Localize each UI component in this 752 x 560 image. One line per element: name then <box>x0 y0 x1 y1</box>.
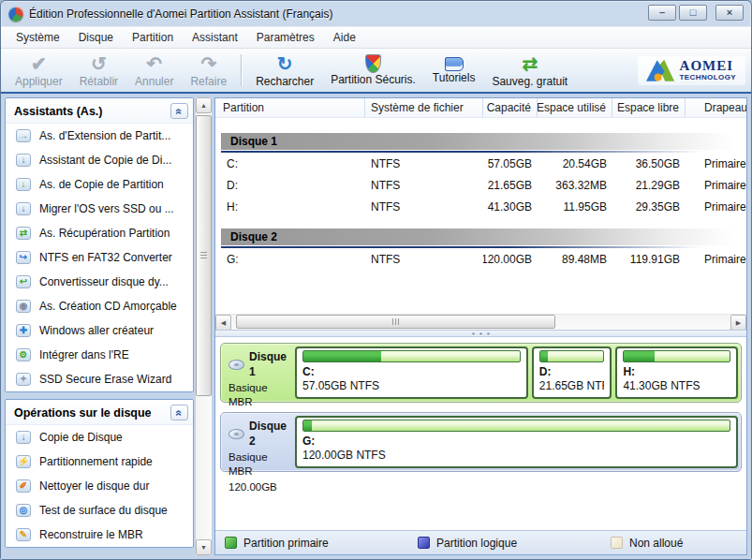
disk-group-header[interactable]: Disque 2 <box>221 228 745 245</box>
sidebar-item-label: Test de surface du disque <box>39 504 168 517</box>
apply-button[interactable]: ✔Appliquer <box>7 50 71 91</box>
column-header-capacite[interactable]: Capacité <box>483 98 538 117</box>
sidebar-item-migrer-l-os-vers-ssd-ou[interactable]: ↓Migrer l'OS vers SSD ou ... <box>6 197 193 221</box>
column-header-systeme-de-fichier[interactable]: Système de fichier <box>365 98 483 117</box>
disk-operations-panel-title: Opérations sur le disque <box>14 406 152 420</box>
table-row-partition-d[interactable]: D:NTFS21.65GB363.32MB21.29GBPrimaire <box>215 174 746 196</box>
menu-disque[interactable]: Disque <box>69 27 123 48</box>
column-header-espace-libre[interactable]: Espace libre <box>612 98 686 117</box>
partition-table: Disque 1C:NTFS57.05GB20.54GB36.50GBPrima… <box>215 118 746 314</box>
usage-gauge-fill <box>540 351 548 361</box>
sidebar-item-copie-de-disque[interactable]: ↓Copie de Disque <box>6 425 193 449</box>
sidebar-scrollbar[interactable]: ▲ ▼ <box>196 97 212 555</box>
column-header-drapeau[interactable]: Drapeau <box>686 98 746 117</box>
sidebar-item-convertisseur-disque-dy[interactable]: ↩Convertisseur disque dy... <box>6 270 193 294</box>
sidebar-item-as-d-extension-de-partit[interactable]: →As. d'Extension de Partit... <box>6 124 193 148</box>
menu-assistant[interactable]: Assistant <box>183 27 247 48</box>
partition-letter: D: <box>539 365 605 379</box>
disk-group-disque-1: Disque 1C:NTFS57.05GB20.54GB36.50GBPrima… <box>215 133 746 217</box>
disk-operations-panel-header[interactable]: Opérations sur le disque« <box>6 400 193 425</box>
menu-aide[interactable]: Aide <box>324 27 365 48</box>
sidebar-item-as-creation-cd-amorcable[interactable]: ◉As. Création CD Amorçable <box>6 294 193 318</box>
close-button[interactable]: × <box>715 5 744 21</box>
legend-item-partition-logique: Partition logique <box>418 537 611 550</box>
scrollbar-track[interactable] <box>231 315 730 330</box>
minimize-button[interactable]: – <box>648 5 676 21</box>
ssd-secure-erase-icon: ✦ <box>16 373 31 386</box>
sidebar-item-label: Windows aller créateur <box>39 324 154 337</box>
scroll-left-button[interactable]: ◀ <box>215 315 231 331</box>
main-panel: PartitionSystème de fichierCapacitéEspac… <box>214 97 747 555</box>
collapse-chevron-button[interactable]: « <box>170 103 188 119</box>
cell-drapeau: Primaire <box>686 200 746 214</box>
partition-block-h[interactable]: H:41.30GB NTFS <box>615 346 738 399</box>
wipe-disk-icon: ✐ <box>16 479 31 493</box>
partition-block-c[interactable]: C:57.05GB NTFS <box>295 346 528 399</box>
cell-espace-utilise: 89.48MB <box>538 253 612 266</box>
sidebar: Assistants (As.)«→As. d'Extension de Par… <box>5 97 212 555</box>
cell-systeme-de-fichier: NTFS <box>365 253 483 266</box>
sidebar-item-assistant-de-copie-de-di[interactable]: ↓Assistant de Copie de Di... <box>6 148 193 172</box>
column-header-partition[interactable]: Partition <box>215 98 365 117</box>
sidebar-item-as-recuperation-partition[interactable]: ⇄As. Récupération Partition <box>6 221 193 245</box>
book-icon <box>445 57 464 71</box>
splitter-handle[interactable] <box>215 330 746 337</box>
cell-capacite: 57.05GB <box>483 157 538 170</box>
tutorials-button[interactable]: Tutoriels <box>424 50 484 91</box>
scroll-right-button[interactable]: ▶ <box>730 315 746 331</box>
sidebar-item-ssd-secure-erase-wizard[interactable]: ✦SSD Secure Erase Wizard <box>6 367 193 391</box>
scrollbar-track[interactable] <box>196 113 212 539</box>
sidebar-item-as-de-copie-de-partition[interactable]: ↓As. de Copie de Partition <box>6 172 193 197</box>
scrollbar-thumb[interactable] <box>196 115 212 396</box>
scroll-up-button[interactable]: ▲ <box>196 97 212 113</box>
extend-partition-icon: → <box>16 129 31 142</box>
disk-map-label-disque-1[interactable]: Disque 1Basique MBR120.00GB <box>224 346 295 399</box>
sidebar-item-windows-aller-createur[interactable]: ✚Windows aller créateur <box>6 318 193 343</box>
redo-button[interactable]: ↷Refaire <box>182 50 235 91</box>
disk-group-header[interactable]: Disque 1 <box>221 133 745 150</box>
disk-map-panel-disque-1: Disque 1Basique MBR120.00GBC:57.05GB NTF… <box>220 343 742 403</box>
shield-icon <box>365 54 381 73</box>
sidebar-item-partitionnement-rapide[interactable]: ⚡Partitionnement rapide <box>6 449 193 474</box>
free-backup-button[interactable]: ⇄Sauveg. gratuit <box>483 50 576 91</box>
sidebar-item-test-de-surface-du-disque[interactable]: ◎Test de surface du disque <box>6 498 193 523</box>
maximize-button[interactable]: □ <box>679 5 707 21</box>
table-row-partition-g[interactable]: G:NTFS120.00GB89.48MB119.91GBPrimaire <box>215 248 746 270</box>
ntfs-fat32-converter-icon: ↪ <box>16 251 31 264</box>
disk-name-text: Disque 2 <box>249 420 293 449</box>
sidebar-item-integrer-dans-l-re[interactable]: ⚙Intégrer dans l'RE <box>6 343 193 367</box>
splitter-grip-dot <box>487 332 490 335</box>
table-row-partition-h[interactable]: H:NTFS41.30GB11.95GB29.35GBPrimaire <box>215 196 746 217</box>
sidebar-item-reconstruire-le-mbr[interactable]: ✎Reconstruire le MBR <box>6 523 193 547</box>
partition-copy-icon: ↓ <box>16 178 31 191</box>
refresh-button-label: Recharcher <box>256 75 314 88</box>
partition-block-g[interactable]: G:120.00GB NTFS <box>295 416 738 468</box>
disk-map-label-disque-2[interactable]: Disque 2Basique MBR120.00GB <box>224 416 295 468</box>
discard-button[interactable]: ↺Rétablir <box>71 50 126 91</box>
collapse-chevron-button[interactable]: « <box>170 405 188 420</box>
menu-partition[interactable]: Partition <box>123 27 183 48</box>
aomei-triangle-icon <box>645 58 675 83</box>
sidebar-item-nettoyer-le-disque-dur[interactable]: ✐Nettoyer le disque dur <box>6 474 193 498</box>
legend-label: Partition primaire <box>243 537 329 550</box>
partition-block-d[interactable]: D:21.65GB NTFS <box>532 346 612 399</box>
table-row-partition-c[interactable]: C:NTFS57.05GB20.54GB36.50GBPrimaire <box>215 153 746 174</box>
scrollbar-thumb[interactable] <box>236 315 555 329</box>
secure-partition-button[interactable]: Partition Sécuris. <box>322 50 424 91</box>
assistants-panel-header[interactable]: Assistants (As.)« <box>6 98 193 124</box>
sidebar-item-ntfs-en-fat32-converter[interactable]: ↪NTFS en FAT32 Converter <box>6 245 193 270</box>
cell-capacite: 41.30GB <box>483 200 538 214</box>
disk-group-disque-2: Disque 2G:NTFS120.00GB89.48MB119.91GBPri… <box>215 228 746 270</box>
free-backup-button-label: Sauveg. gratuit <box>492 75 568 88</box>
usage-gauge-fill <box>303 420 312 431</box>
undo-button[interactable]: ↶Annuler <box>126 50 182 91</box>
column-header-espace-utilise[interactable]: Espace utilisé <box>538 98 612 117</box>
menu-systeme[interactable]: Système <box>7 27 69 48</box>
menu-parametres[interactable]: Paramètres <box>247 27 324 48</box>
table-horizontal-scrollbar[interactable]: ◀ ▶ <box>215 314 746 330</box>
usage-gauge <box>623 350 730 362</box>
refresh-button[interactable]: ↻Recharcher <box>247 50 322 91</box>
scroll-down-button[interactable]: ▼ <box>196 539 212 555</box>
app-icon <box>8 7 23 22</box>
legend-swatch-blue <box>418 537 430 549</box>
